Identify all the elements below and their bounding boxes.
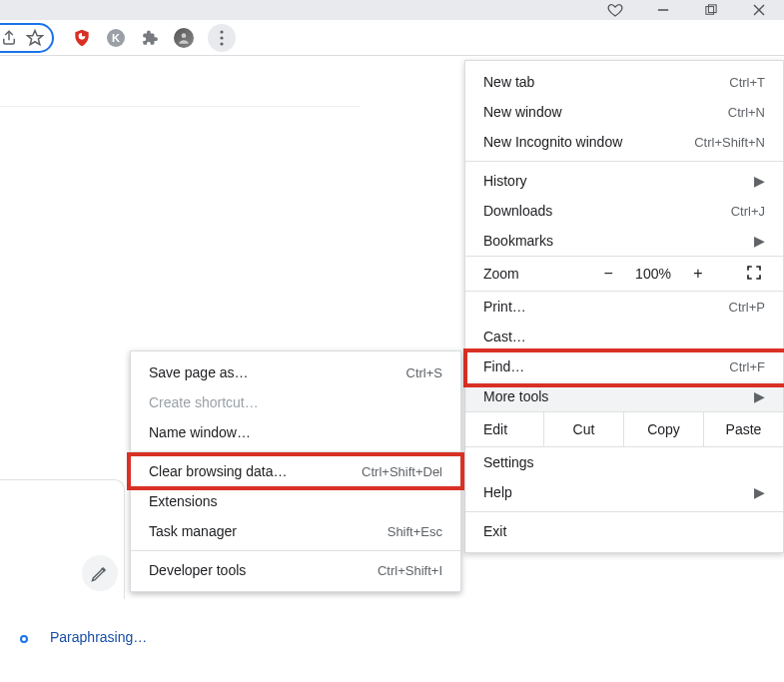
browser-toolbar: K bbox=[0, 20, 784, 56]
menu-shortcut: Ctrl+Shift+N bbox=[694, 135, 765, 150]
submenu-label: Save page as… bbox=[149, 364, 406, 380]
menu-label: New tab bbox=[483, 74, 729, 90]
submenu-shortcut: Shift+Esc bbox=[388, 524, 442, 539]
menu-new-tab[interactable]: New tab Ctrl+T bbox=[465, 67, 783, 97]
menu-shortcut: Ctrl+F bbox=[729, 359, 765, 374]
menu-label: New Incognito window bbox=[483, 134, 694, 150]
menu-cast[interactable]: Cast… bbox=[465, 322, 783, 351]
menu-shortcut: Ctrl+P bbox=[729, 300, 765, 315]
menu-label: Downloads bbox=[483, 203, 731, 219]
submenu-name-window[interactable]: Name window… bbox=[131, 417, 460, 447]
zoom-label: Zoom bbox=[483, 266, 561, 282]
menu-bookmarks[interactable]: Bookmarks ▶ bbox=[465, 226, 783, 256]
menu-label: Settings bbox=[483, 454, 765, 470]
menu-help[interactable]: Help ▶ bbox=[465, 477, 783, 507]
edit-label: Edit bbox=[483, 421, 543, 437]
submenu-shortcut: Ctrl+Shift+Del bbox=[362, 464, 442, 479]
menu-label: More tools bbox=[483, 388, 754, 404]
menu-separator bbox=[465, 161, 783, 162]
chrome-menu-button[interactable] bbox=[208, 24, 236, 52]
menu-zoom-row: Zoom − 100% + bbox=[465, 256, 783, 292]
more-tools-submenu: Save page as… Ctrl+S Create shortcut… Na… bbox=[130, 350, 461, 592]
menu-edit-row: Edit Cut Copy Paste bbox=[465, 411, 783, 447]
submenu-label: Clear browsing data… bbox=[149, 463, 362, 479]
extension-icons: K bbox=[72, 24, 236, 52]
submenu-label: Name window… bbox=[149, 424, 442, 440]
bookmark-star-icon[interactable] bbox=[26, 29, 44, 47]
menu-new-incognito[interactable]: New Incognito window Ctrl+Shift+N bbox=[465, 127, 783, 157]
svg-marker-5 bbox=[28, 30, 43, 44]
chevron-right-icon: ▶ bbox=[754, 173, 765, 189]
submenu-developer-tools[interactable]: Developer tools Ctrl+Shift+I bbox=[131, 555, 460, 585]
zoom-in-button[interactable]: + bbox=[689, 265, 707, 283]
submenu-separator bbox=[131, 550, 460, 551]
edit-pencil-icon[interactable] bbox=[82, 555, 118, 591]
k-extension-icon[interactable]: K bbox=[106, 28, 126, 48]
menu-downloads[interactable]: Downloads Ctrl+J bbox=[465, 196, 783, 226]
profile-avatar[interactable] bbox=[174, 28, 194, 48]
submenu-create-shortcut: Create shortcut… bbox=[131, 387, 460, 417]
zoom-level: 100% bbox=[635, 266, 671, 282]
menu-label: Help bbox=[483, 484, 754, 500]
submenu-shortcut: Ctrl+S bbox=[406, 365, 442, 380]
menu-find[interactable]: Find… Ctrl+F bbox=[465, 351, 783, 381]
menu-label: Cast… bbox=[483, 329, 765, 344]
edit-cut-button[interactable]: Cut bbox=[543, 412, 623, 446]
adblock-extension-icon[interactable] bbox=[72, 28, 92, 48]
svg-point-8 bbox=[220, 36, 223, 39]
submenu-extensions[interactable]: Extensions bbox=[131, 486, 460, 516]
submenu-label: Task manager bbox=[149, 523, 388, 539]
menu-label: History bbox=[483, 173, 754, 189]
heart-outline-icon bbox=[606, 1, 624, 19]
submenu-clear-browsing-data[interactable]: Clear browsing data… Ctrl+Shift+Del bbox=[131, 456, 460, 486]
submenu-separator bbox=[131, 451, 460, 452]
submenu-label: Extensions bbox=[149, 493, 442, 509]
status-dot-icon bbox=[20, 635, 28, 643]
menu-separator bbox=[465, 511, 783, 512]
fullscreen-icon[interactable] bbox=[745, 264, 765, 284]
menu-settings[interactable]: Settings bbox=[465, 447, 783, 477]
window-titlebar bbox=[0, 0, 784, 20]
submenu-task-manager[interactable]: Task manager Shift+Esc bbox=[131, 516, 460, 546]
menu-new-window[interactable]: New window Ctrl+N bbox=[465, 97, 783, 127]
svg-rect-2 bbox=[708, 5, 716, 13]
content-divider bbox=[0, 106, 360, 107]
submenu-shortcut: Ctrl+Shift+I bbox=[378, 563, 442, 578]
address-bar[interactable] bbox=[0, 23, 54, 53]
zoom-out-button[interactable]: − bbox=[599, 265, 617, 283]
svg-point-7 bbox=[220, 30, 223, 33]
menu-shortcut: Ctrl+J bbox=[731, 204, 765, 219]
menu-shortcut: Ctrl+T bbox=[729, 75, 765, 90]
menu-label: Print… bbox=[483, 299, 729, 315]
menu-history[interactable]: History ▶ bbox=[465, 166, 783, 196]
svg-point-9 bbox=[220, 42, 223, 45]
chevron-right-icon: ▶ bbox=[754, 484, 765, 500]
menu-exit[interactable]: Exit bbox=[465, 516, 783, 546]
extensions-puzzle-icon[interactable] bbox=[140, 28, 160, 48]
menu-print[interactable]: Print… Ctrl+P bbox=[465, 292, 783, 322]
edit-paste-button[interactable]: Paste bbox=[703, 412, 783, 446]
status-text: Paraphrasing… bbox=[50, 629, 147, 645]
menu-label: Exit bbox=[483, 523, 765, 539]
close-button[interactable] bbox=[750, 1, 768, 19]
menu-more-tools[interactable]: More tools ▶ bbox=[465, 381, 783, 411]
menu-label: New window bbox=[483, 104, 728, 120]
chevron-right-icon: ▶ bbox=[754, 388, 765, 404]
minimize-button[interactable] bbox=[654, 1, 672, 19]
partial-card bbox=[0, 479, 125, 599]
share-icon[interactable] bbox=[0, 29, 18, 47]
menu-label: Find… bbox=[483, 358, 729, 374]
menu-label: Bookmarks bbox=[483, 233, 754, 249]
svg-rect-1 bbox=[706, 7, 714, 15]
maximize-button[interactable] bbox=[702, 1, 720, 19]
submenu-save-page-as[interactable]: Save page as… Ctrl+S bbox=[131, 357, 460, 387]
chrome-main-menu: New tab Ctrl+T New window Ctrl+N New Inc… bbox=[464, 60, 784, 553]
submenu-label: Create shortcut… bbox=[149, 394, 442, 410]
menu-shortcut: Ctrl+N bbox=[728, 105, 765, 120]
chevron-right-icon: ▶ bbox=[754, 233, 765, 249]
submenu-label: Developer tools bbox=[149, 562, 378, 578]
edit-copy-button[interactable]: Copy bbox=[623, 412, 703, 446]
svg-point-6 bbox=[182, 33, 187, 38]
